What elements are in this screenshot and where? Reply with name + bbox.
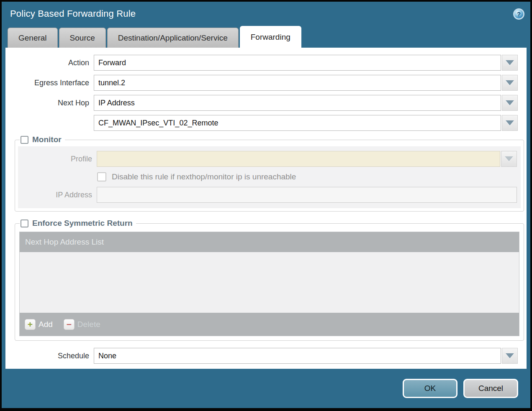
monitor-fieldset: Monitor Profile Disable this rule if nex… xyxy=(15,135,524,212)
add-button-label: Add xyxy=(39,320,53,329)
tab-forwarding[interactable]: Forwarding xyxy=(240,26,301,48)
next-hop-type-dropdown-button[interactable] xyxy=(502,95,518,111)
schedule-label: Schedule xyxy=(5,352,94,360)
monitor-ip-address-field-group xyxy=(97,187,517,203)
monitor-legend-label: Monitor xyxy=(32,135,62,144)
enforce-symmetric-return-checkbox[interactable] xyxy=(21,220,28,227)
next-hop-address-table-body[interactable] xyxy=(20,252,519,313)
chevron-down-icon xyxy=(505,156,513,161)
disable-rule-label: Disable this rule if nexthop/monitor ip … xyxy=(112,172,296,181)
next-hop-row: Next Hop xyxy=(5,95,527,111)
minus-icon: − xyxy=(64,319,75,330)
schedule-field-group xyxy=(94,348,518,364)
profile-row: Profile xyxy=(18,151,521,167)
delete-button-label: Delete xyxy=(77,320,100,329)
schedule-dropdown-button[interactable] xyxy=(502,348,518,364)
monitor-ip-address-label: IP Address xyxy=(18,191,97,199)
next-hop-address-input[interactable] xyxy=(94,115,501,131)
monitor-ip-address-input xyxy=(97,187,517,203)
action-dropdown-button[interactable] xyxy=(502,55,518,71)
next-hop-address-table: Next Hop Address List + Add − Delete xyxy=(19,232,519,336)
chevron-down-icon xyxy=(506,353,514,358)
action-row: Action xyxy=(5,55,527,71)
next-hop-address-table-header: Next Hop Address List xyxy=(20,232,519,252)
help-icon[interactable]: ? xyxy=(513,8,524,20)
disable-rule-checkbox xyxy=(97,172,106,181)
action-label: Action xyxy=(5,59,94,67)
monitor-ip-address-row: IP Address xyxy=(18,187,521,203)
profile-label: Profile xyxy=(18,155,97,163)
schedule-input[interactable] xyxy=(94,348,501,364)
tab-destination-application-service[interactable]: Destination/Application/Service xyxy=(107,28,239,48)
delete-button[interactable]: − Delete xyxy=(64,319,100,330)
profile-input xyxy=(97,151,500,167)
plus-icon: + xyxy=(25,319,36,330)
profile-field-group xyxy=(97,151,517,167)
egress-interface-field-group xyxy=(94,75,518,91)
dialog-title: Policy Based Forwarding Rule xyxy=(10,8,136,19)
chevron-down-icon xyxy=(506,80,514,85)
next-hop-label: Next Hop xyxy=(5,99,94,107)
monitor-legend: Monitor xyxy=(20,135,65,144)
next-hop-address-dropdown-button[interactable] xyxy=(502,115,518,131)
chevron-down-icon xyxy=(506,120,514,125)
disable-rule-row: Disable this rule if nexthop/monitor ip … xyxy=(97,172,521,181)
enforce-symmetric-return-legend: Enforce Symmetric Return xyxy=(20,219,136,228)
monitor-panel: Profile Disable this rule if nexthop/mon… xyxy=(18,146,521,208)
dialog-footer: OK Cancel xyxy=(2,369,530,408)
action-field-group xyxy=(94,55,518,71)
add-button[interactable]: + Add xyxy=(25,319,53,330)
next-hop-address-row xyxy=(5,115,527,131)
profile-dropdown-button xyxy=(501,151,517,167)
ok-button[interactable]: OK xyxy=(403,379,457,398)
title-bar: Policy Based Forwarding Rule ? xyxy=(2,2,530,26)
next-hop-type-input[interactable] xyxy=(94,95,501,111)
action-input[interactable] xyxy=(94,55,501,71)
schedule-row: Schedule xyxy=(5,348,527,364)
monitor-checkbox[interactable] xyxy=(21,136,28,144)
tab-bar: General Source Destination/Application/S… xyxy=(2,26,530,48)
enforce-symmetric-return-legend-label: Enforce Symmetric Return xyxy=(32,219,133,228)
egress-interface-row: Egress Interface xyxy=(5,75,527,91)
tab-content-forwarding: Action Egress Interface Next Hop xyxy=(5,48,527,369)
egress-interface-dropdown-button[interactable] xyxy=(502,75,518,91)
next-hop-type-field-group xyxy=(94,95,518,111)
chevron-down-icon xyxy=(506,60,514,65)
egress-interface-input[interactable] xyxy=(94,75,501,91)
dialog-window: Policy Based Forwarding Rule ? General S… xyxy=(0,0,532,411)
egress-interface-label: Egress Interface xyxy=(5,79,94,87)
cancel-button[interactable]: Cancel xyxy=(463,379,518,398)
next-hop-address-table-toolbar: + Add − Delete xyxy=(20,313,519,336)
chevron-down-icon xyxy=(506,100,514,105)
tab-source[interactable]: Source xyxy=(59,28,106,48)
next-hop-address-field-group xyxy=(94,115,518,131)
enforce-symmetric-return-fieldset: Enforce Symmetric Return Next Hop Addres… xyxy=(15,219,524,341)
tab-general[interactable]: General xyxy=(8,28,58,48)
